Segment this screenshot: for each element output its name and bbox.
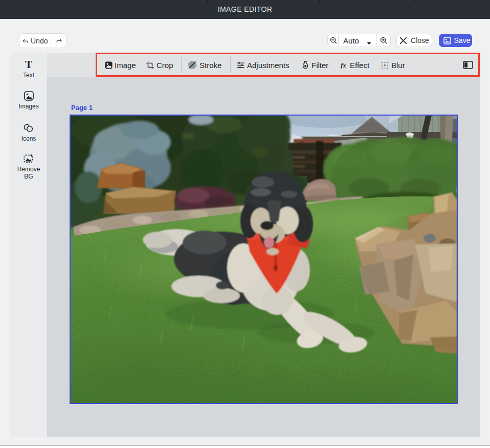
svg-text:T: T <box>25 59 32 70</box>
